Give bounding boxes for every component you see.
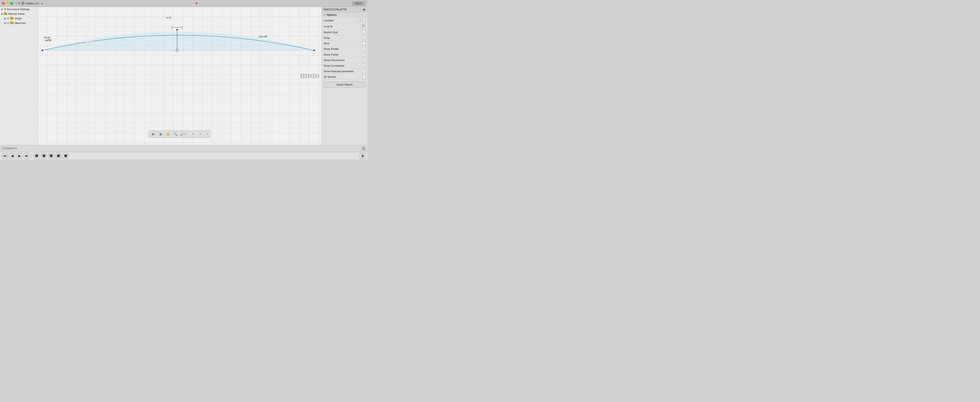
options-triangle-icon: ▼ <box>324 14 326 16</box>
maximize-dot[interactable] <box>10 2 13 5</box>
sketch-tool-2[interactable]: ⬛ <box>41 153 47 159</box>
app-icon: ⬡ <box>16 2 18 5</box>
row-label-slice: Slice <box>324 42 329 45</box>
back-button[interactable]: BACK <box>352 1 366 6</box>
row-label-snap: Snap <box>324 37 330 39</box>
row-label-show-constraints: Show Constraints <box>324 64 344 67</box>
playback-end-btn[interactable]: ⏭ <box>24 153 30 159</box>
row-label-look-at: Look At <box>324 25 332 28</box>
triangle-icon: ▶ <box>1 13 3 15</box>
checkbox-slice[interactable] <box>362 42 366 45</box>
sidebar-item-label: Sketches <box>15 22 25 24</box>
options-label: Options <box>327 13 337 16</box>
row-label-3d-sketch: 3D Sketch <box>324 75 336 78</box>
checkbox-show-points[interactable] <box>362 53 366 56</box>
main-area: ▶ ⚙ Document Settings ▶ Named Views ▶ Or… <box>0 7 368 145</box>
display1-btn[interactable]: ⬜▾ <box>188 131 194 137</box>
transform-btn[interactable]: ⊕▾ <box>150 131 157 137</box>
linetype-btn-right[interactable]: ▷ <box>361 18 366 22</box>
sketch-tool-3[interactable]: ⬛ <box>48 153 54 159</box>
linetype-btn-left[interactable]: ◁ <box>355 18 360 22</box>
triangle-icon: ▶ <box>4 17 6 20</box>
svg-rect-1 <box>4 12 6 13</box>
palette-expand-btn[interactable]: ▶ <box>363 8 366 11</box>
checkbox-3d-sketch[interactable] <box>362 75 366 78</box>
palette-row-look-at: Look At 📅 <box>322 24 368 30</box>
sketch-tool-4[interactable]: ⬛ <box>56 153 61 159</box>
close-dot[interactable] <box>2 2 5 5</box>
minimize-dot[interactable] <box>6 2 9 5</box>
checkbox-show-dimensions[interactable] <box>362 58 366 62</box>
small-dim-label: —— <box>86 40 92 44</box>
palette-row-3d-sketch: 3D Sketch <box>322 74 368 80</box>
eye-icon <box>7 18 10 19</box>
playback-toolbar: ⏮ ◀ ▶ ⏭ ⬛ ⬛ ⬛ ⬛ ⬛ ⚙ <box>0 152 368 160</box>
grid-snap-btn[interactable]: ⊞ <box>158 131 164 137</box>
display2-btn[interactable]: ⬜▾ <box>195 131 202 137</box>
calendar-btn[interactable]: 📅 <box>361 24 366 29</box>
sketch-canvas <box>38 7 321 145</box>
finish-sketch-button[interactable]: Finish Sketch <box>324 82 366 88</box>
svg-point-13 <box>177 29 178 30</box>
window-title: Untitled v14 <box>25 2 39 5</box>
orbit-btn[interactable]: ✋ <box>165 131 171 137</box>
zoom-btn[interactable]: 🔍 <box>172 131 178 137</box>
gear-icon: ⚙ <box>4 8 6 11</box>
row-label-show-projected-geometries: Show Projected Geometries <box>324 70 354 73</box>
folder-icon-sm: ▫ <box>22 2 24 5</box>
linetype-controls: ◁ ▷ <box>355 18 366 22</box>
palette-title: SKETCH PALETTE <box>324 8 347 11</box>
sidebar-item-document-settings[interactable]: ▶ ⚙ Document Settings <box>0 7 37 11</box>
constraint-icons-left: ⊕⟳ <box>47 38 51 41</box>
fit-btn[interactable]: 🔎▾ <box>180 131 186 137</box>
comments-add-btn[interactable]: + <box>362 147 366 151</box>
comments-label: COMMENTS <box>2 147 17 150</box>
checkbox-show-constraints[interactable] <box>362 64 366 67</box>
sidebar-item-label: Origin <box>15 17 22 20</box>
sidebar-item-sketches[interactable]: ▶ Sketches <box>0 21 37 25</box>
row-label-show-points: Show Points <box>324 53 338 56</box>
checkbox-show-projected-geometries[interactable] <box>362 70 366 73</box>
settings-icon[interactable]: ● <box>41 2 43 5</box>
sidebar-item-named-views[interactable]: ▶ Named Views <box>0 11 37 16</box>
playback-play-btn[interactable]: ▶ <box>16 153 22 159</box>
palette-row-linetype: Linetype ◁ ▷ <box>322 18 368 24</box>
sketch-tool-1[interactable]: ⬛ <box>33 153 40 159</box>
toolbar-divider <box>187 132 187 136</box>
window-controls <box>2 2 13 5</box>
comments-bar: COMMENTS + <box>0 145 368 152</box>
folder-icon <box>10 21 14 24</box>
palette-header: SKETCH PALETTE ▶ <box>322 7 368 12</box>
canvas-area[interactable]: 304.80 304.80 ⊕⟳ 10.00 1304.80... ✕ —— -… <box>38 7 321 145</box>
folder-icon <box>4 12 7 15</box>
sidebar-item-origin[interactable]: ▶ Origin <box>0 16 37 21</box>
palette-row-sketch-grid: Sketch Grid <box>322 30 368 35</box>
triangle-icon: ▶ <box>4 22 6 24</box>
playback-prev-btn[interactable]: ◀ <box>9 153 15 159</box>
svg-rect-5 <box>10 21 12 22</box>
center-toolbar: ⊕▾ ⊞ ✋ 🔍 🔎▾ ⬜▾ ⬜▾ ⬜▾ <box>149 131 210 138</box>
sketch-tool-5[interactable]: ⬛ <box>63 153 68 159</box>
row-label-show-profile: Show Profile <box>324 48 339 50</box>
triangle-icon: ▶ <box>1 8 3 10</box>
settings-gear-btn[interactable]: ⚙ <box>360 153 366 159</box>
sketch-palette-panel: SKETCH PALETTE ▶ ▼ Options Linetype ◁ ▷ … <box>321 7 368 145</box>
playback-start-btn[interactable]: ⏮ <box>2 153 8 159</box>
row-label-linetype: Linetype <box>324 19 334 22</box>
checkbox-show-profile[interactable] <box>362 47 366 51</box>
eye-toggle-icon[interactable]: 👁 <box>18 2 21 5</box>
svg-rect-3 <box>10 17 12 18</box>
svg-point-10 <box>176 49 178 52</box>
checkbox-sketch-grid[interactable] <box>362 30 366 34</box>
titlebar: ⬡ 👁 ▫ Untitled v14 ● X BACK <box>0 0 368 7</box>
row-label-show-dimensions: Show Dimensions <box>324 59 345 62</box>
folder-icon <box>10 17 14 20</box>
constraint-icons-right: ✕ <box>265 35 268 38</box>
checkbox-snap[interactable] <box>362 36 366 40</box>
close-label[interactable]: X <box>196 2 197 5</box>
sidebar: ▶ ⚙ Document Settings ▶ Named Views ▶ Or… <box>0 7 38 145</box>
display3-btn[interactable]: ⬜▾ <box>202 131 209 137</box>
palette-row-show-points: Show Points <box>322 52 368 57</box>
sidebar-item-label: Document Settings <box>7 8 30 11</box>
palette-row-show-profile: Show Profile <box>322 46 368 52</box>
